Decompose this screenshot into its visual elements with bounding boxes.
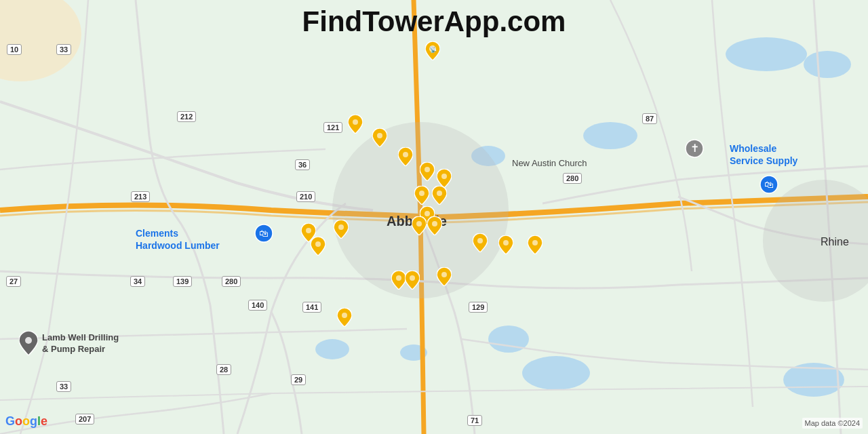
road-badge-140: 140 (248, 300, 267, 311)
svg-text:📡: 📡 (429, 45, 437, 54)
road-badge-27: 27 (6, 276, 21, 287)
lamb-pin[interactable] (19, 331, 38, 355)
road-badge-29: 29 (291, 374, 306, 385)
road-badge-36: 36 (295, 159, 310, 170)
map-attribution: Map data ©2024 (802, 418, 863, 429)
tower-pin-10[interactable] (412, 216, 427, 235)
tower-pin-4[interactable] (398, 147, 413, 166)
svg-point-14 (377, 133, 382, 138)
business-label-wholesale: WholesaleService Supply (730, 142, 797, 167)
svg-point-29 (306, 228, 311, 233)
road-badge-34: 34 (130, 276, 145, 287)
svg-point-23 (396, 275, 401, 281)
svg-point-3 (804, 51, 851, 78)
svg-text:✝: ✝ (690, 142, 699, 154)
tower-pin-16[interactable] (528, 235, 542, 254)
road-badge-213: 213 (131, 191, 150, 202)
tower-pin-14[interactable] (437, 267, 452, 286)
svg-point-20 (425, 211, 430, 216)
clements-pin[interactable]: 🛍 (254, 224, 273, 243)
site-title: FindTowerApp.com (302, 5, 566, 38)
road-badge-212: 212 (177, 111, 196, 122)
tower-pin-3[interactable] (372, 128, 387, 147)
business-label-lamb: Lamb Well Drilling& Pump Repair (42, 332, 119, 355)
tower-pin-15[interactable] (498, 235, 513, 254)
svg-point-28 (477, 238, 483, 243)
road-badge-141: 141 (302, 302, 321, 313)
svg-point-26 (503, 240, 509, 245)
road-badge-129: 129 (469, 302, 488, 313)
svg-point-25 (441, 272, 447, 277)
svg-point-7 (522, 356, 590, 390)
svg-point-31 (315, 241, 321, 247)
road-badge-33a: 33 (56, 44, 71, 55)
svg-point-21 (416, 221, 422, 226)
road-badge-210: 210 (296, 191, 315, 202)
svg-point-4 (583, 122, 637, 149)
road-badge-87: 87 (642, 113, 657, 124)
map-container: FindTowerApp.com 10 33 212 121 36 210 21… (0, 0, 868, 434)
road-badge-280a: 280 (563, 173, 582, 184)
place-label-rhine: Rhine (821, 236, 849, 248)
svg-point-15 (403, 152, 408, 157)
svg-point-19 (437, 191, 442, 196)
wholesale-pin[interactable]: 🛍 (760, 175, 778, 194)
tower-pin-5[interactable] (420, 162, 435, 181)
svg-point-30 (338, 224, 344, 230)
road-badge-207: 207 (75, 414, 94, 425)
svg-point-16 (425, 167, 430, 172)
tower-pin-1[interactable]: 📡 (425, 41, 440, 60)
svg-point-9 (315, 339, 349, 359)
svg-point-13 (353, 119, 358, 125)
svg-point-22 (432, 221, 437, 226)
tower-pin-19[interactable] (334, 220, 349, 239)
church-pin[interactable]: ✝ (685, 139, 704, 158)
road-badge-71: 71 (467, 415, 482, 426)
svg-point-27 (532, 240, 538, 245)
tower-pin-7[interactable] (414, 186, 429, 205)
road-badge-121: 121 (323, 122, 342, 133)
tower-pin-11[interactable] (427, 216, 442, 235)
svg-point-18 (419, 191, 425, 196)
tower-pin-21[interactable] (337, 308, 352, 327)
google-logo: Google (5, 414, 47, 429)
svg-point-24 (410, 275, 415, 281)
tower-pin-13[interactable] (405, 271, 420, 290)
road-badge-139: 139 (173, 276, 192, 287)
svg-text:🛍: 🛍 (764, 179, 774, 190)
tower-pin-20[interactable] (311, 237, 326, 256)
tower-pin-17[interactable] (473, 233, 488, 252)
tower-pin-6[interactable] (437, 169, 452, 188)
road-badge-280b: 280 (222, 276, 241, 287)
business-label-clements: Clements Hardwood Lumber (136, 227, 220, 252)
road-badge-28: 28 (216, 364, 231, 375)
tower-pin-8[interactable] (432, 186, 447, 205)
place-label-church: New Austin Church (512, 158, 587, 168)
road-badge-33b: 33 (56, 381, 71, 392)
svg-point-2 (726, 37, 807, 71)
tower-pin-12[interactable] (391, 271, 406, 290)
svg-point-39 (25, 337, 32, 344)
svg-text:🛍: 🛍 (259, 228, 269, 239)
svg-point-17 (441, 174, 447, 179)
road-badge-10: 10 (7, 44, 22, 55)
svg-point-32 (342, 313, 347, 318)
tower-pin-2[interactable] (348, 115, 363, 134)
